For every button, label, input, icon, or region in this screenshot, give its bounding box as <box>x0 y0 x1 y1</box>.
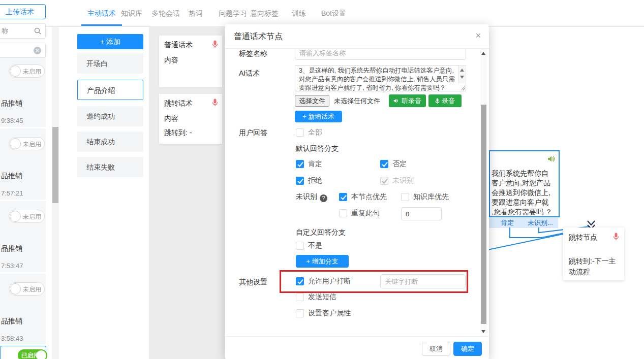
canvas-jump-node[interactable]: 跳转节点 跳转到:-下一主 动流程 <box>563 227 624 280</box>
checkbox-send-sms[interactable]: 发送短信 <box>296 292 336 302</box>
confirm-button[interactable]: 确定 <box>453 342 482 356</box>
scroll-thumb[interactable] <box>52 127 58 203</box>
scroll-up-arrow[interactable] <box>460 69 464 72</box>
ai-script-textarea[interactable]: 3、是这样的, 我们系统先帮你自动打电话筛选客户意向, 对您产品有意向的客户会推… <box>295 65 466 91</box>
checkbox-node-first[interactable]: 本节点优先 <box>339 192 387 202</box>
dialog-body: 标签名称 AI话术 3、是这样的, 我们系统先帮你自动打电话筛选客户意向, 对您… <box>225 49 489 336</box>
script-card-enabled[interactable]: 已启用 <box>0 346 46 359</box>
tab-question-learning[interactable]: 问题学习 <box>219 0 247 26</box>
node-card-jump-script[interactable]: 跳转话术 内容 跳转到: - <box>159 94 222 144</box>
node-card-line: 内容 <box>164 114 178 123</box>
clear-icon[interactable]: ✕ <box>34 47 41 54</box>
script-card[interactable]: 未启用 品推销 9:38:45 <box>0 56 46 127</box>
enable-toggle[interactable]: 未启用 <box>9 282 45 296</box>
checkbox[interactable] <box>296 177 304 185</box>
checkbox[interactable] <box>296 309 304 317</box>
checkbox[interactable] <box>296 128 304 137</box>
node-card-title: 跳转话术 <box>164 99 193 108</box>
speaker-icon[interactable] <box>547 155 556 162</box>
checkbox[interactable] <box>380 160 388 168</box>
tab-bot-settings[interactable]: Bot设置 <box>321 0 346 26</box>
script-name: 品推销 <box>1 172 22 181</box>
search-input[interactable]: 称 <box>0 23 46 39</box>
checkbox[interactable] <box>296 160 304 168</box>
tab-training[interactable]: 训练 <box>292 0 306 26</box>
tab-active-scripts[interactable]: 主动话术 <box>87 0 116 26</box>
scroll-thumb[interactable] <box>481 105 486 324</box>
tab-multiturn[interactable]: 多轮会话 <box>151 0 180 26</box>
repeat-count-input[interactable] <box>401 207 442 220</box>
checkbox-all[interactable]: 全部 <box>296 128 322 137</box>
enable-toggle[interactable]: 未启用 <box>9 64 45 78</box>
microphone-icon <box>212 99 218 107</box>
enable-toggle[interactable]: 未启用 <box>9 210 45 223</box>
scroll-up-arrow[interactable] <box>481 52 485 55</box>
scroll-down-arrow[interactable] <box>481 330 485 333</box>
checkbox-no[interactable]: 不是 <box>296 241 322 250</box>
help-icon[interactable]: ? <box>320 194 327 202</box>
node-card-normal-script[interactable]: 普通话术 内容 <box>159 36 222 87</box>
branch-tab-affirm[interactable]: 肯定 <box>501 218 514 227</box>
tab-intent-tags[interactable]: 意向标签 <box>250 0 279 26</box>
textarea-scrollbar[interactable] <box>458 66 465 83</box>
microphone-icon <box>212 40 218 48</box>
record-button[interactable]: 录音 <box>428 94 462 107</box>
filter-input[interactable]: ✕ <box>0 43 46 58</box>
checkbox-repeat-sentence[interactable]: 重复此句 <box>339 209 380 218</box>
enable-toggle-on[interactable]: 已启用 <box>18 349 47 359</box>
checkbox-allow-interrupt[interactable]: 允许用户打断 <box>296 277 351 286</box>
resize-handle[interactable] <box>461 86 465 90</box>
cancel-button[interactable]: 取消 <box>422 342 450 356</box>
enable-toggle[interactable]: 未启用 <box>9 137 45 150</box>
checkbox[interactable] <box>296 277 304 285</box>
checkbox-affirm[interactable]: 肯定 <box>296 159 322 169</box>
stage-item-end-fail[interactable]: 结束失败 <box>77 157 143 177</box>
ai-script-text: 3、是这样的, 我们系统先帮你自动打电话筛选客户意向, 对您产品有意向的客户会推… <box>299 67 455 91</box>
checkbox[interactable] <box>339 209 347 217</box>
scroll-down-arrow[interactable] <box>460 76 464 79</box>
search-icon <box>34 27 41 35</box>
script-name: 品推销 <box>1 317 22 326</box>
close-icon[interactable]: × <box>475 30 481 41</box>
checkbox[interactable] <box>401 193 409 201</box>
upload-script-button[interactable]: 上传话术 <box>0 4 46 19</box>
toggle-knob <box>36 350 46 359</box>
dialog-header: 普通话术节点 × <box>225 24 489 49</box>
toggle-label: 未启用 <box>23 213 41 221</box>
script-card[interactable]: 未启用 品推销 7:57:21 <box>0 128 46 200</box>
add-script-button[interactable]: + 新增话术 <box>295 111 342 122</box>
stage-item-end-success[interactable]: 结束成功 <box>77 132 143 152</box>
script-card[interactable]: 未启用 品推销 7:53:47 <box>0 201 46 272</box>
add-stage-button[interactable]: + 添加 <box>77 34 143 49</box>
checkbox-deny[interactable]: 否定 <box>380 159 407 169</box>
tab-knowledge-base[interactable]: 知识库 <box>121 0 142 26</box>
checkbox[interactable] <box>296 293 304 301</box>
dialog-scrollbar[interactable] <box>480 49 487 336</box>
checkbox-set-customer-attr[interactable]: 设置客户属性 <box>296 309 351 318</box>
tab-hotwords[interactable]: 热词 <box>189 0 203 26</box>
choose-file-button[interactable]: 选择文件 <box>295 95 329 107</box>
add-branch-button[interactable]: + 增加分支 <box>296 255 349 268</box>
node-script-text: 我们系统先帮你自 客户意向,对您产品 会推送到你微信上, 要跟进意向客户就 ,您… <box>492 169 553 217</box>
toggle-label: 未启用 <box>23 140 41 149</box>
interrupt-keyword-input[interactable] <box>380 274 466 288</box>
branch-tab-unrecognized[interactable]: 未识别... <box>528 218 553 227</box>
checkbox-refuse[interactable]: 拒绝 <box>296 176 322 185</box>
toggle-knob <box>10 66 21 77</box>
checkbox-kb-first[interactable]: 知识库优先 <box>401 192 449 202</box>
no-file-selected-text: 未选择任何文件 <box>334 96 380 106</box>
stage-item-invite-success[interactable]: 邀约成功 <box>77 106 143 126</box>
canvas-script-node[interactable]: 我们系统先帮你自 客户意向,对您产品 会推送到你微信上, 要跟进意向客户就 ,您… <box>489 150 560 217</box>
checkbox[interactable] <box>339 193 347 201</box>
dialog-title: 普通话术节点 <box>234 31 283 42</box>
custom-branch-heading: 自定义回答分支 <box>296 228 346 237</box>
stage-item-product-intro[interactable]: 产品介绍 <box>77 80 143 100</box>
checkbox[interactable] <box>296 242 304 250</box>
sidebar-scrollbar[interactable] <box>52 0 59 359</box>
node-list-panel: 普通话术 内容 跳转话术 内容 跳转到: - <box>149 27 226 359</box>
listen-recording-button[interactable]: 听录音 <box>389 94 426 107</box>
microphone-icon <box>613 233 619 241</box>
tag-name-input[interactable] <box>295 49 466 60</box>
script-card[interactable]: 未启用 品推销 3:58:43 <box>0 274 46 344</box>
stage-item-opening[interactable]: 开场白 <box>77 53 143 74</box>
